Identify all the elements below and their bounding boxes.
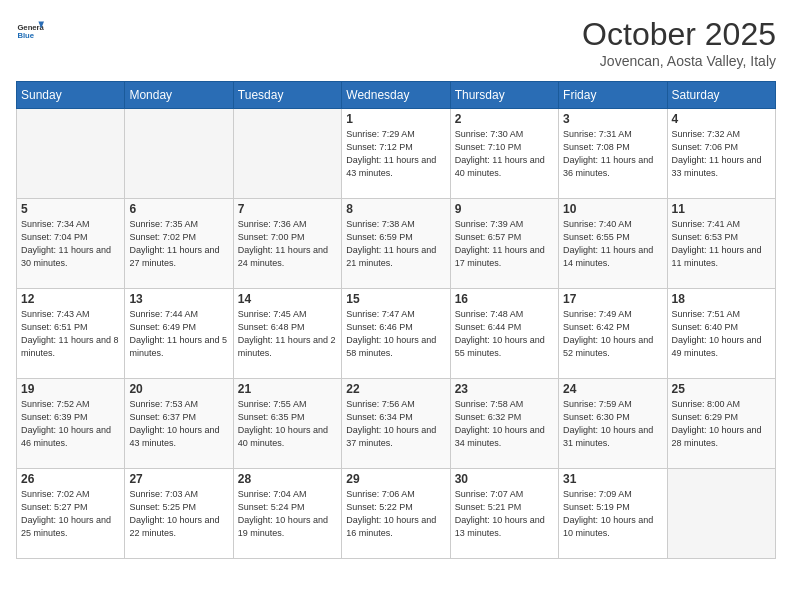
day-info: Sunrise: 7:58 AM Sunset: 6:32 PM Dayligh…: [455, 398, 554, 449]
sunrise: Sunrise: 7:34 AM: [21, 218, 120, 231]
weekday-header-monday: Monday: [125, 82, 233, 109]
sunset: Sunset: 5:27 PM: [21, 501, 120, 514]
calendar-cell: 13 Sunrise: 7:44 AM Sunset: 6:49 PM Dayl…: [125, 289, 233, 379]
sunrise: Sunrise: 7:45 AM: [238, 308, 337, 321]
calendar-cell: 31 Sunrise: 7:09 AM Sunset: 5:19 PM Dayl…: [559, 469, 667, 559]
day-number: 17: [563, 292, 662, 306]
calendar-week-3: 19 Sunrise: 7:52 AM Sunset: 6:39 PM Dayl…: [17, 379, 776, 469]
day-number: 16: [455, 292, 554, 306]
calendar-cell: 18 Sunrise: 7:51 AM Sunset: 6:40 PM Dayl…: [667, 289, 775, 379]
weekday-header-saturday: Saturday: [667, 82, 775, 109]
day-number: 3: [563, 112, 662, 126]
daylight: Daylight: 11 hours and 21 minutes.: [346, 244, 445, 269]
location-subtitle: Jovencan, Aosta Valley, Italy: [582, 53, 776, 69]
day-info: Sunrise: 7:39 AM Sunset: 6:57 PM Dayligh…: [455, 218, 554, 269]
daylight: Daylight: 11 hours and 33 minutes.: [672, 154, 771, 179]
daylight: Daylight: 10 hours and 40 minutes.: [238, 424, 337, 449]
sunrise: Sunrise: 7:30 AM: [455, 128, 554, 141]
sunset: Sunset: 6:42 PM: [563, 321, 662, 334]
daylight: Daylight: 10 hours and 52 minutes.: [563, 334, 662, 359]
day-info: Sunrise: 7:40 AM Sunset: 6:55 PM Dayligh…: [563, 218, 662, 269]
sunset: Sunset: 7:08 PM: [563, 141, 662, 154]
calendar-cell: 20 Sunrise: 7:53 AM Sunset: 6:37 PM Dayl…: [125, 379, 233, 469]
calendar-week-0: 1 Sunrise: 7:29 AM Sunset: 7:12 PM Dayli…: [17, 109, 776, 199]
weekday-header-sunday: Sunday: [17, 82, 125, 109]
daylight: Daylight: 10 hours and 58 minutes.: [346, 334, 445, 359]
sunrise: Sunrise: 7:53 AM: [129, 398, 228, 411]
day-number: 25: [672, 382, 771, 396]
sunset: Sunset: 5:25 PM: [129, 501, 228, 514]
day-number: 21: [238, 382, 337, 396]
sunset: Sunset: 6:30 PM: [563, 411, 662, 424]
day-info: Sunrise: 7:47 AM Sunset: 6:46 PM Dayligh…: [346, 308, 445, 359]
daylight: Daylight: 11 hours and 40 minutes.: [455, 154, 554, 179]
sunrise: Sunrise: 7:38 AM: [346, 218, 445, 231]
sunrise: Sunrise: 7:29 AM: [346, 128, 445, 141]
day-info: Sunrise: 7:38 AM Sunset: 6:59 PM Dayligh…: [346, 218, 445, 269]
daylight: Daylight: 10 hours and 34 minutes.: [455, 424, 554, 449]
sunset: Sunset: 6:39 PM: [21, 411, 120, 424]
day-number: 18: [672, 292, 771, 306]
calendar-cell: [125, 109, 233, 199]
sunset: Sunset: 6:51 PM: [21, 321, 120, 334]
calendar-week-4: 26 Sunrise: 7:02 AM Sunset: 5:27 PM Dayl…: [17, 469, 776, 559]
day-info: Sunrise: 7:31 AM Sunset: 7:08 PM Dayligh…: [563, 128, 662, 179]
day-info: Sunrise: 7:49 AM Sunset: 6:42 PM Dayligh…: [563, 308, 662, 359]
calendar-cell: 9 Sunrise: 7:39 AM Sunset: 6:57 PM Dayli…: [450, 199, 558, 289]
daylight: Daylight: 10 hours and 19 minutes.: [238, 514, 337, 539]
sunset: Sunset: 7:10 PM: [455, 141, 554, 154]
day-number: 29: [346, 472, 445, 486]
calendar-cell: 30 Sunrise: 7:07 AM Sunset: 5:21 PM Dayl…: [450, 469, 558, 559]
calendar-cell: 29 Sunrise: 7:06 AM Sunset: 5:22 PM Dayl…: [342, 469, 450, 559]
daylight: Daylight: 10 hours and 10 minutes.: [563, 514, 662, 539]
day-number: 24: [563, 382, 662, 396]
sunset: Sunset: 6:55 PM: [563, 231, 662, 244]
sunrise: Sunrise: 7:32 AM: [672, 128, 771, 141]
day-info: Sunrise: 7:29 AM Sunset: 7:12 PM Dayligh…: [346, 128, 445, 179]
day-number: 19: [21, 382, 120, 396]
sunrise: Sunrise: 7:51 AM: [672, 308, 771, 321]
calendar-cell: 8 Sunrise: 7:38 AM Sunset: 6:59 PM Dayli…: [342, 199, 450, 289]
calendar-cell: 7 Sunrise: 7:36 AM Sunset: 7:00 PM Dayli…: [233, 199, 341, 289]
day-info: Sunrise: 7:43 AM Sunset: 6:51 PM Dayligh…: [21, 308, 120, 359]
day-info: Sunrise: 7:51 AM Sunset: 6:40 PM Dayligh…: [672, 308, 771, 359]
sunrise: Sunrise: 7:07 AM: [455, 488, 554, 501]
sunrise: Sunrise: 7:55 AM: [238, 398, 337, 411]
daylight: Daylight: 10 hours and 31 minutes.: [563, 424, 662, 449]
day-info: Sunrise: 7:55 AM Sunset: 6:35 PM Dayligh…: [238, 398, 337, 449]
daylight: Daylight: 11 hours and 8 minutes.: [21, 334, 120, 359]
day-number: 27: [129, 472, 228, 486]
sunset: Sunset: 6:40 PM: [672, 321, 771, 334]
daylight: Daylight: 11 hours and 11 minutes.: [672, 244, 771, 269]
calendar-cell: 1 Sunrise: 7:29 AM Sunset: 7:12 PM Dayli…: [342, 109, 450, 199]
day-info: Sunrise: 7:44 AM Sunset: 6:49 PM Dayligh…: [129, 308, 228, 359]
daylight: Daylight: 10 hours and 49 minutes.: [672, 334, 771, 359]
day-info: Sunrise: 8:00 AM Sunset: 6:29 PM Dayligh…: [672, 398, 771, 449]
daylight: Daylight: 10 hours and 55 minutes.: [455, 334, 554, 359]
calendar-cell: 23 Sunrise: 7:58 AM Sunset: 6:32 PM Dayl…: [450, 379, 558, 469]
day-number: 11: [672, 202, 771, 216]
title-block: October 2025 Jovencan, Aosta Valley, Ita…: [582, 16, 776, 69]
sunrise: Sunrise: 7:47 AM: [346, 308, 445, 321]
day-number: 8: [346, 202, 445, 216]
daylight: Daylight: 10 hours and 46 minutes.: [21, 424, 120, 449]
day-info: Sunrise: 7:02 AM Sunset: 5:27 PM Dayligh…: [21, 488, 120, 539]
day-number: 4: [672, 112, 771, 126]
calendar-cell: 4 Sunrise: 7:32 AM Sunset: 7:06 PM Dayli…: [667, 109, 775, 199]
day-number: 7: [238, 202, 337, 216]
calendar-cell: 3 Sunrise: 7:31 AM Sunset: 7:08 PM Dayli…: [559, 109, 667, 199]
calendar-table: SundayMondayTuesdayWednesdayThursdayFrid…: [16, 81, 776, 559]
sunset: Sunset: 5:19 PM: [563, 501, 662, 514]
day-info: Sunrise: 7:07 AM Sunset: 5:21 PM Dayligh…: [455, 488, 554, 539]
calendar-cell: 21 Sunrise: 7:55 AM Sunset: 6:35 PM Dayl…: [233, 379, 341, 469]
sunrise: Sunrise: 7:49 AM: [563, 308, 662, 321]
calendar-cell: 2 Sunrise: 7:30 AM Sunset: 7:10 PM Dayli…: [450, 109, 558, 199]
weekday-header-tuesday: Tuesday: [233, 82, 341, 109]
daylight: Daylight: 10 hours and 16 minutes.: [346, 514, 445, 539]
sunrise: Sunrise: 7:39 AM: [455, 218, 554, 231]
calendar-cell: 25 Sunrise: 8:00 AM Sunset: 6:29 PM Dayl…: [667, 379, 775, 469]
calendar-cell: 12 Sunrise: 7:43 AM Sunset: 6:51 PM Dayl…: [17, 289, 125, 379]
sunrise: Sunrise: 7:52 AM: [21, 398, 120, 411]
weekday-header-friday: Friday: [559, 82, 667, 109]
sunset: Sunset: 5:24 PM: [238, 501, 337, 514]
